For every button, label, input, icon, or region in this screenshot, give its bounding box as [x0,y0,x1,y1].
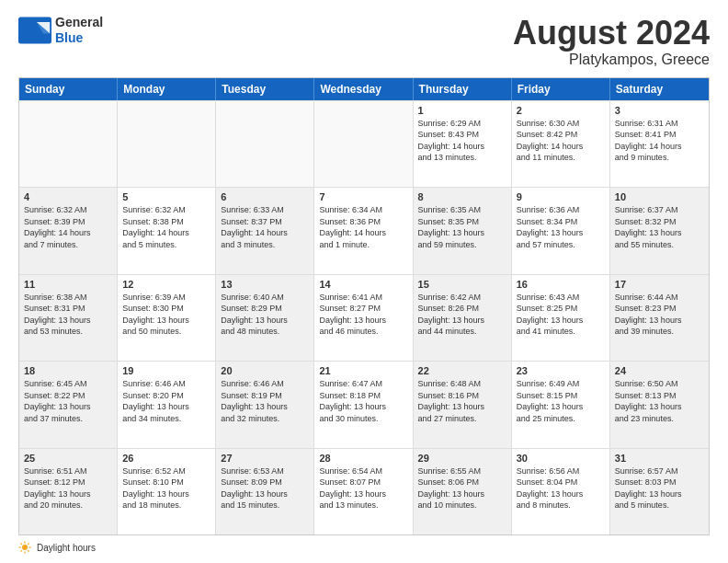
daylight-label: Daylight hours [37,543,96,553]
calendar: SundayMondayTuesdayWednesdayThursdayFrid… [18,77,710,535]
day-info: Sunrise: 6:41 AM Sunset: 8:27 PM Dayligh… [319,292,407,338]
calendar-cell: 3Sunrise: 6:31 AM Sunset: 8:41 PM Daylig… [610,101,709,187]
svg-line-8 [20,543,21,544]
day-number: 18 [24,365,112,376]
calendar-cell: 18Sunrise: 6:45 AM Sunset: 8:22 PM Dayli… [19,362,118,447]
day-info: Sunrise: 6:46 AM Sunset: 8:19 PM Dayligh… [221,378,309,424]
day-info: Sunrise: 6:55 AM Sunset: 8:06 PM Dayligh… [418,465,506,511]
day-number: 27 [221,453,309,464]
calendar-week-row: 18Sunrise: 6:45 AM Sunset: 8:22 PM Dayli… [19,361,709,447]
day-info: Sunrise: 6:32 AM Sunset: 8:38 PM Dayligh… [122,204,210,250]
logo-blue-text: Blue [55,30,103,46]
title-block: August 2024 Platykampos, Greece [513,15,710,68]
calendar-cell: 4Sunrise: 6:32 AM Sunset: 8:39 PM Daylig… [19,188,118,273]
day-number: 19 [122,365,210,376]
svg-line-10 [28,543,28,544]
day-info: Sunrise: 6:53 AM Sunset: 8:09 PM Dayligh… [221,465,309,511]
logo: General Blue [18,15,103,46]
day-info: Sunrise: 6:30 AM Sunset: 8:42 PM Dayligh… [517,118,605,164]
day-info: Sunrise: 6:31 AM Sunset: 8:41 PM Dayligh… [615,118,704,164]
day-info: Sunrise: 6:56 AM Sunset: 8:04 PM Dayligh… [517,465,605,511]
day-number: 3 [615,105,704,116]
calendar-cell: 5Sunrise: 6:32 AM Sunset: 8:38 PM Daylig… [118,188,216,273]
calendar-cell: 27Sunrise: 6:53 AM Sunset: 8:09 PM Dayli… [216,449,314,534]
calendar-cell: 8Sunrise: 6:35 AM Sunset: 8:35 PM Daylig… [414,188,512,273]
day-number: 30 [517,453,605,464]
calendar-cell: 20Sunrise: 6:46 AM Sunset: 8:19 PM Dayli… [216,362,314,447]
calendar-cell: 22Sunrise: 6:48 AM Sunset: 8:16 PM Dayli… [414,362,512,447]
calendar-cell: 24Sunrise: 6:50 AM Sunset: 8:13 PM Dayli… [610,362,709,447]
day-of-week-header: Saturday [610,78,709,100]
day-number: 4 [24,191,112,202]
day-number: 29 [418,453,506,464]
day-number: 28 [319,453,407,464]
title-month: August 2024 [513,15,710,52]
calendar-header-row: SundayMondayTuesdayWednesdayThursdayFrid… [19,78,709,100]
day-info: Sunrise: 6:54 AM Sunset: 8:07 PM Dayligh… [319,465,407,511]
day-number: 13 [221,279,309,290]
calendar-cell: 23Sunrise: 6:49 AM Sunset: 8:15 PM Dayli… [512,362,610,447]
day-info: Sunrise: 6:39 AM Sunset: 8:30 PM Dayligh… [122,292,210,338]
day-number: 12 [122,279,210,290]
day-info: Sunrise: 6:45 AM Sunset: 8:22 PM Dayligh… [24,378,112,424]
day-number: 5 [122,191,210,202]
logo-icon [18,17,51,44]
day-of-week-header: Thursday [414,78,512,100]
calendar-cell: 29Sunrise: 6:55 AM Sunset: 8:06 PM Dayli… [414,449,512,534]
day-info: Sunrise: 6:44 AM Sunset: 8:23 PM Dayligh… [615,292,704,338]
day-number: 23 [517,365,605,376]
calendar-cell: 6Sunrise: 6:33 AM Sunset: 8:37 PM Daylig… [216,188,314,273]
day-number: 14 [319,279,407,290]
calendar-cell [118,101,216,187]
day-of-week-header: Tuesday [216,78,314,100]
day-number: 8 [418,191,506,202]
day-number: 10 [615,191,704,202]
day-number: 16 [517,279,605,290]
day-info: Sunrise: 6:48 AM Sunset: 8:16 PM Dayligh… [418,378,506,424]
day-info: Sunrise: 6:49 AM Sunset: 8:15 PM Dayligh… [517,378,605,424]
day-info: Sunrise: 6:38 AM Sunset: 8:31 PM Dayligh… [24,292,112,338]
calendar-cell: 28Sunrise: 6:54 AM Sunset: 8:07 PM Dayli… [314,449,413,534]
calendar-cell: 30Sunrise: 6:56 AM Sunset: 8:04 PM Dayli… [512,449,610,534]
calendar-cell: 13Sunrise: 6:40 AM Sunset: 8:29 PM Dayli… [216,275,314,361]
calendar-cell: 31Sunrise: 6:57 AM Sunset: 8:03 PM Dayli… [610,449,709,534]
day-number: 17 [615,279,704,290]
day-info: Sunrise: 6:32 AM Sunset: 8:39 PM Dayligh… [24,204,112,250]
day-number: 9 [517,191,605,202]
day-of-week-header: Friday [512,78,610,100]
calendar-week-row: 25Sunrise: 6:51 AM Sunset: 8:12 PM Dayli… [19,448,709,534]
logo-general-text: General [55,15,103,30]
day-number: 15 [418,279,506,290]
calendar-body: 1Sunrise: 6:29 AM Sunset: 8:43 PM Daylig… [19,100,709,534]
calendar-week-row: 4Sunrise: 6:32 AM Sunset: 8:39 PM Daylig… [19,187,709,273]
day-number: 11 [24,279,112,290]
day-info: Sunrise: 6:47 AM Sunset: 8:18 PM Dayligh… [319,378,407,424]
day-info: Sunrise: 6:36 AM Sunset: 8:34 PM Dayligh… [517,204,605,250]
calendar-cell [314,101,413,187]
calendar-cell: 11Sunrise: 6:38 AM Sunset: 8:31 PM Dayli… [19,275,118,361]
day-number: 22 [418,365,506,376]
day-of-week-header: Monday [118,78,216,100]
calendar-cell: 12Sunrise: 6:39 AM Sunset: 8:30 PM Dayli… [118,275,216,361]
calendar-cell: 21Sunrise: 6:47 AM Sunset: 8:18 PM Dayli… [314,362,413,447]
calendar-cell: 7Sunrise: 6:34 AM Sunset: 8:36 PM Daylig… [314,188,413,273]
day-info: Sunrise: 6:46 AM Sunset: 8:20 PM Dayligh… [122,378,210,424]
day-number: 1 [418,105,506,116]
footer-note: Daylight hours [18,541,710,554]
day-of-week-header: Wednesday [314,78,413,100]
day-info: Sunrise: 6:43 AM Sunset: 8:25 PM Dayligh… [517,292,605,338]
calendar-cell: 25Sunrise: 6:51 AM Sunset: 8:12 PM Dayli… [19,449,118,534]
svg-point-3 [22,545,28,550]
svg-line-11 [20,550,21,551]
day-info: Sunrise: 6:33 AM Sunset: 8:37 PM Dayligh… [221,204,309,250]
day-number: 21 [319,365,407,376]
day-info: Sunrise: 6:50 AM Sunset: 8:13 PM Dayligh… [615,378,704,424]
day-info: Sunrise: 6:57 AM Sunset: 8:03 PM Dayligh… [615,465,704,511]
day-number: 25 [24,453,112,464]
calendar-cell: 15Sunrise: 6:42 AM Sunset: 8:26 PM Dayli… [414,275,512,361]
calendar-cell: 9Sunrise: 6:36 AM Sunset: 8:34 PM Daylig… [512,188,610,273]
calendar-cell: 10Sunrise: 6:37 AM Sunset: 8:32 PM Dayli… [610,188,709,273]
day-info: Sunrise: 6:52 AM Sunset: 8:10 PM Dayligh… [122,465,210,511]
calendar-cell: 1Sunrise: 6:29 AM Sunset: 8:43 PM Daylig… [414,101,512,187]
day-info: Sunrise: 6:42 AM Sunset: 8:26 PM Dayligh… [418,292,506,338]
